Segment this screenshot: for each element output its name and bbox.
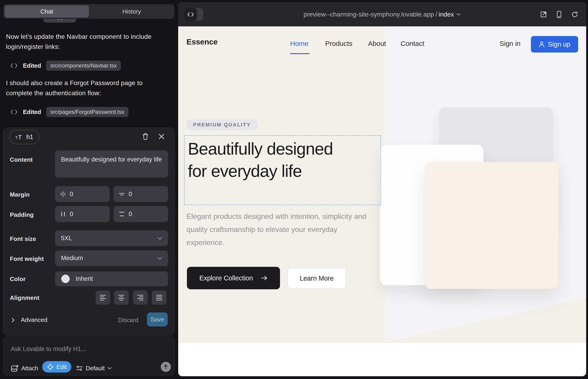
- file-chip[interactable]: src/pages/ForgotPassword.tsx: [46, 107, 128, 117]
- app-window: Chat History Now let's update the Navbar…: [0, 0, 588, 379]
- margin-vertical-value: 0: [129, 191, 132, 198]
- padding-vertical-input[interactable]: 0: [113, 206, 168, 222]
- align-right-button[interactable]: [133, 290, 148, 305]
- margin-horizontal-input[interactable]: 0: [55, 186, 110, 202]
- edited-file-row: Edited src/pages/ForgotPassword.tsx: [10, 107, 128, 117]
- chat-message: I should also create a Forgot Password p…: [6, 78, 169, 98]
- chevron-right-icon: [11, 317, 15, 323]
- selected-element-outline[interactable]: Beautifully designed for everyday life: [184, 135, 381, 205]
- user-icon: [539, 41, 545, 47]
- url-bar[interactable]: preview--charming-site-symphony.lovable.…: [178, 2, 586, 26]
- margin-field-label: Margin: [10, 191, 30, 198]
- default-label: Default: [86, 365, 105, 372]
- composer: Ask Lovable to modify H1... Attach Edit …: [3, 337, 175, 376]
- margin-vertical-icon: [119, 191, 125, 197]
- nav-link-about[interactable]: About: [368, 40, 386, 47]
- edit-label: Edit: [56, 363, 67, 371]
- advanced-toggle[interactable]: Advanced: [11, 316, 47, 323]
- refresh-icon: [571, 11, 578, 18]
- signup-button[interactable]: Sign up: [531, 36, 578, 52]
- align-right-icon: [137, 295, 144, 300]
- default-mode-dropdown[interactable]: Default: [76, 363, 112, 374]
- edit-mode-button[interactable]: Edit: [42, 361, 71, 373]
- quality-badge: PREMIUM QUALITY: [186, 119, 258, 130]
- learn-more-button[interactable]: Learn More: [287, 268, 346, 289]
- code-icon: [10, 109, 18, 115]
- chevron-down-icon: [107, 367, 112, 370]
- nav-link-products[interactable]: Products: [325, 40, 352, 47]
- font-size-value: 5XL: [61, 235, 72, 242]
- font-weight-select[interactable]: Medium: [55, 250, 168, 266]
- advanced-label: Advanced: [21, 316, 47, 323]
- signup-label: Sign up: [548, 41, 570, 48]
- element-tag-label: h1: [26, 134, 33, 141]
- nav-link-contact[interactable]: Contact: [401, 40, 424, 47]
- font-weight-value: Medium: [61, 255, 83, 262]
- align-center-button[interactable]: [114, 290, 129, 305]
- edited-label: Edited: [23, 62, 41, 69]
- align-center-icon: [118, 295, 125, 300]
- signin-link[interactable]: Sign in: [499, 40, 521, 47]
- padding-horizontal-value: 0: [70, 211, 73, 218]
- align-left-button[interactable]: [96, 290, 110, 305]
- edited-label: Edited: [23, 109, 41, 116]
- arrow-up-icon: [163, 364, 168, 370]
- mobile-view-button[interactable]: [554, 9, 564, 19]
- type-icon: TT: [15, 134, 24, 140]
- chat-history-tabs: Chat History: [3, 4, 174, 19]
- phone-icon: [557, 11, 562, 18]
- content-input[interactable]: Beautifully designed for everyday life: [55, 151, 168, 178]
- code-icon: [10, 62, 18, 69]
- preview-window: preview--charming-site-symphony.lovable.…: [178, 2, 586, 376]
- content-field-label: Content: [10, 156, 33, 163]
- close-panel-button[interactable]: [156, 131, 167, 142]
- target-icon: [47, 363, 54, 370]
- explore-collection-button[interactable]: Explore Collection: [187, 267, 280, 289]
- site-brand[interactable]: Essence: [186, 37, 218, 46]
- clipped-chip: [43, 19, 76, 23]
- chevron-down-icon: [157, 257, 163, 260]
- save-button[interactable]: Save: [147, 313, 168, 327]
- color-value: Inherit: [76, 275, 93, 283]
- tab-chat-label: Chat: [41, 8, 53, 15]
- cta-primary-label: Explore Collection: [199, 274, 253, 282]
- refresh-button[interactable]: [570, 9, 580, 19]
- padding-vertical-value: 0: [129, 211, 132, 218]
- font-size-field-label: Font size: [10, 235, 36, 242]
- topbar-actions: [539, 2, 580, 26]
- file-chip[interactable]: src/components/Navbar.tsx: [46, 61, 121, 71]
- align-justify-button[interactable]: [152, 290, 167, 305]
- delete-element-button[interactable]: [140, 131, 150, 142]
- send-button[interactable]: [161, 362, 171, 372]
- margin-horizontal-value: 0: [70, 191, 73, 198]
- hero-heading[interactable]: Beautifully designed for everyday life: [188, 138, 344, 182]
- close-icon: [158, 133, 165, 140]
- margin-horizontal-icon: [60, 191, 66, 197]
- tab-history[interactable]: History: [89, 4, 174, 19]
- nav-link-home[interactable]: Home: [290, 40, 309, 47]
- url-page: index: [438, 11, 454, 18]
- element-tag-badge[interactable]: TT h1: [9, 130, 39, 144]
- open-external-button[interactable]: [539, 9, 549, 19]
- attach-button[interactable]: Attach: [11, 363, 38, 374]
- site-content: Essence Home Products About Contact Sign…: [178, 26, 586, 376]
- color-select[interactable]: Inherit: [55, 271, 168, 286]
- chat-message: Now let's update the Navbar component to…: [6, 32, 169, 52]
- composer-input[interactable]: Ask Lovable to modify H1...: [11, 346, 86, 353]
- url-host: preview--charming-site-symphony.lovable.…: [304, 11, 434, 18]
- margin-vertical-input[interactable]: 0: [113, 186, 168, 202]
- padding-horizontal-icon: [60, 211, 66, 217]
- padding-field-label: Padding: [10, 211, 34, 218]
- font-size-select[interactable]: 5XL: [55, 230, 168, 246]
- element-inspector-panel: TT h1 Content Beautifully designed for e…: [3, 127, 175, 335]
- hero-section: Essence Home Products About Contact Sign…: [178, 26, 586, 343]
- tab-chat[interactable]: Chat: [5, 5, 89, 18]
- discard-button[interactable]: Discard: [117, 316, 140, 324]
- color-swatch-icon: [61, 275, 70, 283]
- padding-vertical-icon: [119, 211, 125, 217]
- color-field-label: Color: [10, 276, 26, 283]
- padding-horizontal-input[interactable]: 0: [55, 206, 110, 222]
- chevron-down-icon: [456, 13, 461, 16]
- edited-file-row: Edited src/components/Navbar.tsx: [10, 61, 121, 71]
- attach-label: Attach: [21, 365, 38, 372]
